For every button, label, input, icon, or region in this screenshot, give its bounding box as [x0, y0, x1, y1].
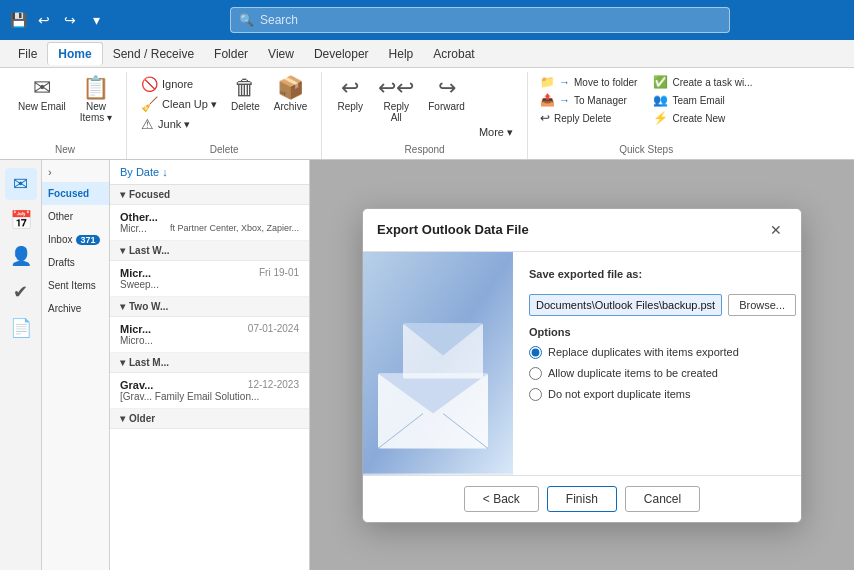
sidebar-icon-contacts[interactable]: 👤 — [5, 240, 37, 272]
back-button[interactable]: < Back — [464, 486, 539, 512]
search-input[interactable] — [260, 13, 721, 27]
cancel-button[interactable]: Cancel — [625, 486, 700, 512]
section-tw-label: Two W... — [129, 301, 168, 312]
menu-home[interactable]: Home — [47, 42, 102, 65]
sidebar-icon-notes[interactable]: 📄 — [5, 312, 37, 344]
folder-inbox[interactable]: Inbox 371 — [42, 228, 109, 251]
section-last-month[interactable]: ▾ Last M... — [110, 353, 309, 373]
options-section: Options Replace duplicates with items ex… — [529, 326, 796, 401]
folder-expand-btn[interactable]: › — [42, 164, 109, 182]
folder-focused[interactable]: Focused — [42, 182, 109, 205]
quicksteps-content: 📁 → Move to folder 📤 → To Manager ↩ Repl… — [536, 74, 756, 142]
sidebar-icon-calendar[interactable]: 📅 — [5, 204, 37, 236]
undo-icon[interactable]: ↩ — [34, 12, 54, 28]
radio-allow-input[interactable] — [529, 367, 542, 380]
reply-delete-item[interactable]: ↩ Reply Delete — [536, 110, 641, 126]
junk-button[interactable]: ⚠ Junk ▾ — [135, 114, 223, 134]
team-email-item[interactable]: 👥 Team Email — [649, 92, 756, 108]
section-last-week[interactable]: ▾ Last W... — [110, 241, 309, 261]
to-manager-item[interactable]: 📤 → To Manager — [536, 92, 641, 108]
sort-by-date-btn[interactable]: By Date ↓ — [120, 166, 168, 178]
section-older[interactable]: ▾ Older — [110, 409, 309, 429]
menu-folder[interactable]: Folder — [204, 43, 258, 65]
redo-icon[interactable]: ↪ — [60, 12, 80, 28]
reply-all-label: ReplyAll — [383, 101, 409, 123]
folder-drafts[interactable]: Drafts — [42, 251, 109, 274]
create-task-label: Create a task wi... — [672, 77, 752, 88]
radio-allow-label: Allow duplicate items to be created — [548, 367, 718, 379]
sidebar-icon-tasks[interactable]: ✔ — [5, 276, 37, 308]
quicksteps-col1: 📁 → Move to folder 📤 → To Manager ↩ Repl… — [536, 74, 641, 142]
folder-expand-icon: › — [48, 166, 52, 178]
sort-label: By Date — [120, 166, 159, 178]
create-task-item[interactable]: ✅ Create a task wi... — [649, 74, 756, 90]
menu-help[interactable]: Help — [379, 43, 424, 65]
radio-replace-input[interactable] — [529, 346, 542, 359]
radio-no-export[interactable]: Do not export duplicate items — [529, 388, 796, 401]
section-ol-icon: ▾ — [120, 413, 125, 424]
sidebar-icon-mail[interactable]: ✉ — [5, 168, 37, 200]
folder-archive[interactable]: Archive — [42, 297, 109, 320]
dropdown-icon[interactable]: ▾ — [86, 12, 106, 28]
dialog-footer: < Back Finish Cancel — [363, 475, 801, 522]
section-two-weeks[interactable]: ▾ Two W... — [110, 297, 309, 317]
ribbon-group-quicksteps: 📁 → Move to folder 📤 → To Manager ↩ Repl… — [528, 72, 764, 159]
section-focused-icon: ▾ — [120, 189, 125, 200]
ribbon-group-delete: 🚫 Ignore 🧹 Clean Up ▾ ⚠ Junk ▾ 🗑 Delete … — [127, 72, 322, 159]
menu-file[interactable]: File — [8, 43, 47, 65]
section-lw-icon: ▾ — [120, 245, 125, 256]
search-bar[interactable]: 🔍 — [230, 7, 730, 33]
move-folder-label: Move to folder — [574, 77, 637, 88]
cleanup-button[interactable]: 🧹 Clean Up ▾ — [135, 94, 223, 114]
more-col: More ▾ — [473, 74, 519, 141]
folder-sent[interactable]: Sent Items — [42, 274, 109, 297]
folder-panel: › Focused Other Inbox 371 Drafts Sent It… — [42, 160, 110, 570]
radio-allow[interactable]: Allow duplicate items to be created — [529, 367, 796, 380]
folder-other[interactable]: Other — [42, 205, 109, 228]
email-item-4[interactable]: 12-12-2023 Grav... [Grav... Family Email… — [110, 373, 309, 409]
radio-no-export-input[interactable] — [529, 388, 542, 401]
new-email-icon: ✉ — [33, 77, 51, 99]
delete-icon: 🗑 — [234, 77, 256, 99]
new-items-button[interactable]: 📋 NewItems ▾ — [74, 74, 118, 126]
create-new-item[interactable]: ⚡ Create New — [649, 110, 756, 126]
email-item-2[interactable]: Fri 19-01 Micr... Sweep... — [110, 261, 309, 297]
save-icon[interactable]: 💾 — [8, 12, 28, 28]
dialog-close-button[interactable]: ✕ — [765, 219, 787, 241]
menu-developer[interactable]: Developer — [304, 43, 379, 65]
export-dialog: Export Outlook Data File ✕ — [362, 208, 802, 523]
move-folder-icon: 📁 — [540, 75, 555, 89]
reply-all-button[interactable]: ↩↩ ReplyAll — [372, 74, 420, 126]
new-group-buttons: ✉ New Email 📋 NewItems ▾ — [12, 74, 118, 142]
more-button[interactable]: More ▾ — [473, 124, 519, 141]
move-arrow: → — [559, 76, 570, 88]
finish-button[interactable]: Finish — [547, 486, 617, 512]
email-date-4: 12-12-2023 — [248, 379, 299, 390]
email-list: By Date ↓ ▾ Focused Other... Micr... ft … — [110, 160, 310, 570]
move-to-folder-item[interactable]: 📁 → Move to folder — [536, 74, 641, 90]
ignore-button[interactable]: 🚫 Ignore — [135, 74, 223, 94]
reply-button[interactable]: ↩ Reply — [330, 74, 370, 115]
archive-folder-label: Archive — [48, 303, 81, 314]
radio-replace[interactable]: Replace duplicates with items exported — [529, 346, 796, 359]
email-item-1[interactable]: Other... Micr... ft Partner Center, Xbox… — [110, 205, 309, 241]
save-as-label: Save exported file as: — [529, 268, 796, 280]
archive-button[interactable]: 📦 Archive — [268, 74, 313, 115]
section-tw-icon: ▾ — [120, 301, 125, 312]
reply-delete-label: Reply Delete — [554, 113, 611, 124]
browse-button[interactable]: Browse... — [728, 294, 796, 316]
section-focused[interactable]: ▾ Focused — [110, 185, 309, 205]
email-item-3[interactable]: 07-01-2024 Micr... Micro... — [110, 317, 309, 353]
menu-view[interactable]: View — [258, 43, 304, 65]
email-date-2: Fri 19-01 — [259, 267, 299, 278]
inbox-label: Inbox — [48, 234, 72, 245]
forward-button[interactable]: ↪ Forward — [422, 74, 471, 115]
delete-button[interactable]: 🗑 Delete — [225, 74, 266, 115]
new-items-label: NewItems ▾ — [80, 101, 112, 123]
menu-send-receive[interactable]: Send / Receive — [103, 43, 204, 65]
reply-all-icon: ↩↩ — [378, 77, 414, 99]
menu-acrobat[interactable]: Acrobat — [423, 43, 484, 65]
quicksteps-col2: ✅ Create a task wi... 👥 Team Email ⚡ Cre… — [649, 74, 756, 142]
search-icon: 🔍 — [239, 13, 254, 27]
new-email-button[interactable]: ✉ New Email — [12, 74, 72, 115]
